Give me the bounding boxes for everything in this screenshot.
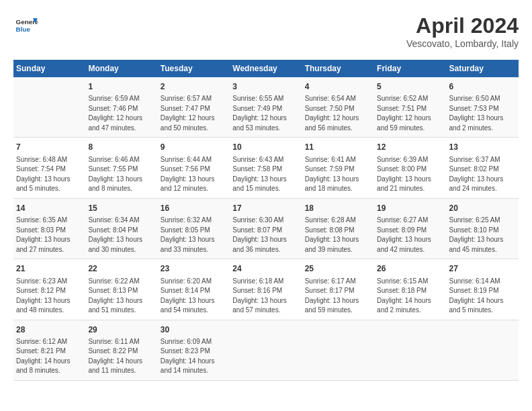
calendar-cell: 28Sunrise: 6:12 AM Sunset: 8:21 PM Dayli… (13, 320, 85, 380)
day-info: Sunrise: 6:23 AM Sunset: 8:12 PM Dayligh… (16, 277, 83, 316)
calendar-cell: 30Sunrise: 6:09 AM Sunset: 8:23 PM Dayli… (158, 320, 230, 380)
day-number: 1 (88, 81, 154, 93)
day-number: 6 (449, 81, 516, 93)
calendar-cell: 20Sunrise: 6:25 AM Sunset: 8:10 PM Dayli… (447, 198, 519, 259)
calendar-cell: 12Sunrise: 6:39 AM Sunset: 8:00 PM Dayli… (374, 138, 446, 198)
calendar-cell: 5Sunrise: 6:52 AM Sunset: 7:51 PM Daylig… (374, 77, 446, 138)
header-cell-tuesday: Tuesday (158, 60, 230, 77)
day-number: 17 (232, 203, 299, 214)
day-info: Sunrise: 6:46 AM Sunset: 7:55 PM Dayligh… (88, 155, 154, 194)
calendar-cell: 26Sunrise: 6:15 AM Sunset: 8:18 PM Dayli… (374, 259, 446, 320)
day-info: Sunrise: 6:48 AM Sunset: 7:54 PM Dayligh… (16, 155, 83, 194)
week-row-3: 14Sunrise: 6:35 AM Sunset: 8:03 PM Dayli… (13, 198, 519, 259)
day-number: 26 (377, 263, 443, 275)
calendar-cell: 11Sunrise: 6:41 AM Sunset: 7:59 PM Dayli… (302, 138, 374, 198)
calendar-cell: 2Sunrise: 6:57 AM Sunset: 7:47 PM Daylig… (158, 77, 230, 138)
day-info: Sunrise: 6:54 AM Sunset: 7:50 PM Dayligh… (305, 94, 371, 133)
day-number: 28 (16, 324, 83, 336)
day-number: 18 (305, 203, 371, 214)
calendar-cell: 13Sunrise: 6:37 AM Sunset: 8:02 PM Dayli… (447, 138, 519, 198)
week-row-5: 28Sunrise: 6:12 AM Sunset: 8:21 PM Dayli… (13, 320, 519, 380)
calendar-cell: 17Sunrise: 6:30 AM Sunset: 8:07 PM Dayli… (230, 198, 302, 259)
calendar-cell: 15Sunrise: 6:34 AM Sunset: 8:04 PM Dayli… (85, 198, 157, 259)
day-info: Sunrise: 6:09 AM Sunset: 8:23 PM Dayligh… (161, 337, 227, 376)
day-info: Sunrise: 6:41 AM Sunset: 7:59 PM Dayligh… (305, 155, 371, 194)
calendar-cell: 18Sunrise: 6:28 AM Sunset: 8:08 PM Dayli… (302, 198, 374, 259)
calendar-cell: 27Sunrise: 6:14 AM Sunset: 8:19 PM Dayli… (447, 259, 519, 320)
header-cell-monday: Monday (85, 60, 157, 77)
day-number: 24 (232, 263, 299, 275)
day-info: Sunrise: 6:25 AM Sunset: 8:10 PM Dayligh… (449, 216, 516, 255)
day-info: Sunrise: 6:39 AM Sunset: 8:00 PM Dayligh… (377, 155, 443, 194)
day-info: Sunrise: 6:12 AM Sunset: 8:21 PM Dayligh… (16, 337, 83, 376)
day-info: Sunrise: 6:35 AM Sunset: 8:03 PM Dayligh… (16, 216, 83, 255)
day-number: 4 (305, 81, 371, 93)
calendar-table: SundayMondayTuesdayWednesdayThursdayFrid… (13, 60, 519, 381)
day-info: Sunrise: 6:32 AM Sunset: 8:05 PM Dayligh… (161, 216, 227, 255)
logo-icon: General Blue (13, 13, 38, 38)
calendar-cell (302, 320, 374, 380)
calendar-cell (230, 320, 302, 380)
calendar-cell: 25Sunrise: 6:17 AM Sunset: 8:17 PM Dayli… (302, 259, 374, 320)
week-row-4: 21Sunrise: 6:23 AM Sunset: 8:12 PM Dayli… (13, 259, 519, 320)
header-cell-saturday: Saturday (447, 60, 519, 77)
day-number: 12 (377, 142, 443, 153)
logo: General Blue General Blue (13, 13, 38, 38)
day-info: Sunrise: 6:27 AM Sunset: 8:09 PM Dayligh… (377, 216, 443, 255)
day-number: 20 (449, 203, 516, 214)
day-number: 19 (377, 203, 443, 214)
day-number: 11 (305, 142, 371, 153)
day-info: Sunrise: 6:22 AM Sunset: 8:13 PM Dayligh… (88, 277, 154, 316)
calendar-cell: 29Sunrise: 6:11 AM Sunset: 8:22 PM Dayli… (85, 320, 157, 380)
day-info: Sunrise: 6:37 AM Sunset: 8:02 PM Dayligh… (449, 155, 516, 194)
day-number: 21 (16, 263, 83, 275)
title-block: April 2024 Vescovato, Lombardy, Italy (406, 13, 519, 49)
calendar-cell: 24Sunrise: 6:18 AM Sunset: 8:16 PM Dayli… (230, 259, 302, 320)
day-number: 3 (232, 81, 299, 93)
calendar-cell: 7Sunrise: 6:48 AM Sunset: 7:54 PM Daylig… (13, 138, 85, 198)
svg-text:Blue: Blue (16, 26, 31, 33)
calendar-cell: 8Sunrise: 6:46 AM Sunset: 7:55 PM Daylig… (85, 138, 157, 198)
header-row: SundayMondayTuesdayWednesdayThursdayFrid… (13, 60, 519, 77)
calendar-body: 1Sunrise: 6:59 AM Sunset: 7:46 PM Daylig… (13, 77, 519, 380)
header-cell-thursday: Thursday (302, 60, 374, 77)
day-info: Sunrise: 6:34 AM Sunset: 8:04 PM Dayligh… (88, 216, 154, 255)
day-info: Sunrise: 6:55 AM Sunset: 7:49 PM Dayligh… (232, 94, 299, 133)
day-number: 30 (161, 324, 227, 336)
day-info: Sunrise: 6:50 AM Sunset: 7:53 PM Dayligh… (449, 94, 516, 133)
header-cell-wednesday: Wednesday (230, 60, 302, 77)
day-number: 16 (161, 203, 227, 214)
month-title: April 2024 (406, 13, 519, 38)
day-info: Sunrise: 6:43 AM Sunset: 7:58 PM Dayligh… (232, 155, 299, 194)
week-row-2: 7Sunrise: 6:48 AM Sunset: 7:54 PM Daylig… (13, 138, 519, 198)
day-info: Sunrise: 6:20 AM Sunset: 8:14 PM Dayligh… (161, 277, 227, 316)
calendar-cell: 22Sunrise: 6:22 AM Sunset: 8:13 PM Dayli… (85, 259, 157, 320)
day-number: 25 (305, 263, 371, 275)
calendar-cell: 21Sunrise: 6:23 AM Sunset: 8:12 PM Dayli… (13, 259, 85, 320)
calendar-cell: 10Sunrise: 6:43 AM Sunset: 7:58 PM Dayli… (230, 138, 302, 198)
day-number: 2 (161, 81, 227, 93)
header-cell-friday: Friday (374, 60, 446, 77)
day-info: Sunrise: 6:18 AM Sunset: 8:16 PM Dayligh… (232, 277, 299, 316)
day-info: Sunrise: 6:17 AM Sunset: 8:17 PM Dayligh… (305, 277, 371, 316)
calendar-cell: 1Sunrise: 6:59 AM Sunset: 7:46 PM Daylig… (85, 77, 157, 138)
day-info: Sunrise: 6:57 AM Sunset: 7:47 PM Dayligh… (161, 94, 227, 133)
day-number: 23 (161, 263, 227, 275)
calendar-header: SundayMondayTuesdayWednesdayThursdayFrid… (13, 60, 519, 77)
day-number: 9 (161, 142, 227, 153)
day-number: 22 (88, 263, 154, 275)
day-info: Sunrise: 6:11 AM Sunset: 8:22 PM Dayligh… (88, 337, 154, 376)
header-cell-sunday: Sunday (13, 60, 85, 77)
day-info: Sunrise: 6:44 AM Sunset: 7:56 PM Dayligh… (161, 155, 227, 194)
day-number: 13 (449, 142, 516, 153)
day-info: Sunrise: 6:28 AM Sunset: 8:08 PM Dayligh… (305, 216, 371, 255)
calendar-cell: 3Sunrise: 6:55 AM Sunset: 7:49 PM Daylig… (230, 77, 302, 138)
calendar-cell: 23Sunrise: 6:20 AM Sunset: 8:14 PM Dayli… (158, 259, 230, 320)
calendar-cell: 16Sunrise: 6:32 AM Sunset: 8:05 PM Dayli… (158, 198, 230, 259)
calendar-cell: 6Sunrise: 6:50 AM Sunset: 7:53 PM Daylig… (447, 77, 519, 138)
day-info: Sunrise: 6:30 AM Sunset: 8:07 PM Dayligh… (232, 216, 299, 255)
day-info: Sunrise: 6:52 AM Sunset: 7:51 PM Dayligh… (377, 94, 443, 133)
calendar-cell: 9Sunrise: 6:44 AM Sunset: 7:56 PM Daylig… (158, 138, 230, 198)
day-number: 29 (88, 324, 154, 336)
page-header: General Blue General Blue April 2024 Ves… (13, 13, 519, 49)
